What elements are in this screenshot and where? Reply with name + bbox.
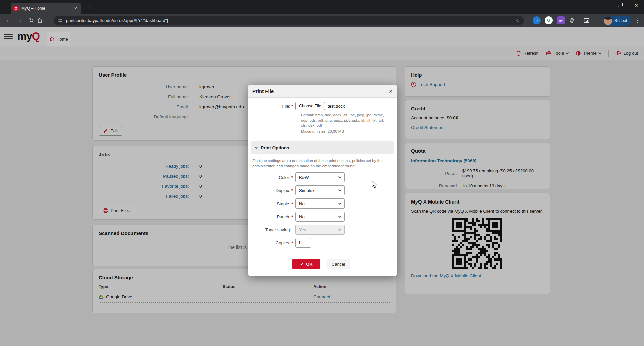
color-select[interactable]: B&W (295, 172, 345, 182)
copies-label: Copies: (276, 240, 290, 245)
browser-menu-kebab-icon[interactable]: ⋮ (632, 17, 643, 24)
punch-label: Punch: (277, 214, 290, 219)
bookmark-star-icon[interactable]: ☆ (516, 18, 520, 24)
cancel-button[interactable]: Cancel (327, 259, 350, 269)
site-settings-icon[interactable] (58, 18, 63, 23)
browser-tab[interactable]: Q MyQ – Home ✕ (11, 3, 81, 14)
app-page: myQ Home Refresh Tools Theme Log out Use… (0, 27, 644, 346)
print-options-toggle[interactable]: Print Options (251, 141, 394, 154)
restore-icon (618, 4, 621, 7)
choose-file-button[interactable]: Choose File (295, 102, 325, 110)
browser-navbar: ← → ↻ printcenter.baypath.edu/en-us/app/… (0, 14, 644, 27)
reload-button[interactable]: ↻ (25, 17, 37, 24)
duplex-select[interactable]: Simplex (295, 185, 345, 195)
profile-name: School (614, 18, 627, 23)
browser-home-button[interactable] (37, 18, 48, 23)
staple-label: Staple: (277, 201, 290, 206)
print-options-note: Final job settings are a combination of … (252, 158, 389, 169)
color-label: Color: (279, 175, 290, 180)
extensions-puzzle-icon[interactable] (569, 17, 575, 23)
toner-saving-select: Yes (295, 225, 345, 235)
punch-select[interactable]: No (295, 212, 345, 222)
browser-profile-button[interactable]: School (603, 16, 631, 26)
duplex-label: Duplex: (276, 188, 290, 193)
window-close-button[interactable]: ✕ (629, 0, 644, 11)
toner-saving-label: Toner saving: (265, 227, 291, 232)
chevron-down-icon (255, 146, 258, 149)
modal-header: Print File ✕ (248, 85, 397, 98)
avatar (604, 16, 612, 25)
ok-button[interactable]: ✓OK (292, 259, 320, 269)
readwrite-extension-icon[interactable]: rw (557, 16, 565, 24)
extension-icon-1[interactable]: ◔ (533, 16, 541, 24)
toolbar-divider (579, 17, 579, 24)
mouse-cursor (372, 180, 378, 188)
file-label: File: (282, 104, 290, 109)
check-icon: ✓ (300, 262, 304, 267)
modal-close-icon[interactable]: ✕ (389, 89, 393, 94)
restore-button[interactable] (612, 0, 627, 11)
forward-button[interactable]: → (14, 17, 25, 24)
myq-favicon: Q (13, 6, 19, 11)
copies-input[interactable] (295, 238, 311, 248)
staple-select[interactable]: No (295, 198, 345, 209)
new-tab-button[interactable]: + (85, 4, 93, 13)
back-button[interactable]: ← (3, 17, 14, 24)
url-bar[interactable]: printcenter.baypath.edu/en-us/app/#{"r":… (54, 16, 524, 25)
selected-file-name: test.docx (328, 104, 345, 109)
required-asterisk: * (291, 104, 293, 109)
side-panel-icon[interactable] (583, 17, 590, 24)
print-options-title: Print Options (261, 145, 289, 150)
url-text[interactable]: printcenter.baypath.edu/en-us/app/#{"r":… (66, 18, 512, 23)
home-icon (37, 18, 43, 23)
tab-title: MyQ – Home (21, 6, 70, 11)
tab-close-icon[interactable]: ✕ (73, 6, 78, 11)
minimize-button[interactable]: — (595, 0, 610, 11)
grammarly-extension-icon[interactable]: G (545, 16, 553, 24)
modal-title: Print File (252, 88, 389, 94)
file-format-hint: Format: bmp, doc, docx, jfif, jpe, jpeg,… (301, 113, 391, 128)
browser-titlebar: Q MyQ – Home ✕ + — ✕ (0, 0, 644, 14)
max-size-hint: Maximum size: 20.00 MB (301, 129, 391, 134)
